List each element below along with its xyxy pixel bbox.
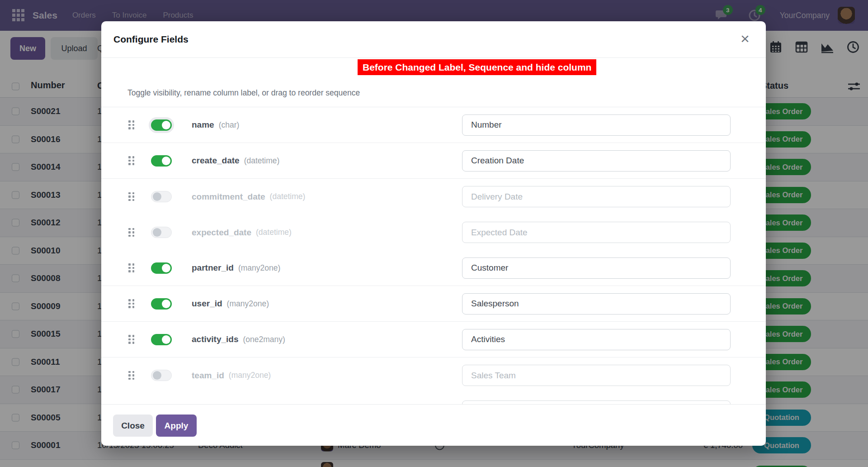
field-row: team_id (many2one) — [101, 357, 766, 393]
field-type: (datetime) — [244, 156, 280, 166]
drag-handle-icon[interactable] — [128, 192, 134, 201]
dialog-footer: Close Apply — [101, 404, 766, 446]
column-label-input[interactable] — [462, 257, 731, 279]
field-technical-name: user_id — [192, 299, 222, 309]
field-technical-name: activity_ids — [192, 334, 239, 344]
field-list: name (char) create_date (datetime) commi… — [101, 107, 766, 404]
column-label-input[interactable] — [462, 329, 731, 350]
visibility-toggle[interactable] — [151, 191, 172, 202]
visibility-toggle[interactable] — [151, 262, 172, 274]
field-technical-name: partner_id — [192, 263, 234, 273]
visibility-toggle[interactable] — [151, 119, 172, 131]
column-label-input[interactable] — [462, 186, 731, 207]
field-row: commitment_date (datetime) — [101, 179, 766, 214]
field-row: create_date (datetime) — [101, 143, 766, 179]
field-type: (datetime) — [256, 228, 292, 237]
column-label-input[interactable] — [462, 293, 731, 315]
drag-handle-icon[interactable] — [128, 120, 134, 129]
drag-handle-icon[interactable] — [128, 156, 134, 165]
field-row: activity_ids (one2many) — [101, 322, 766, 357]
field-row: name (char) — [101, 107, 766, 143]
visibility-toggle[interactable] — [151, 370, 172, 381]
drag-handle-icon[interactable] — [128, 228, 134, 237]
field-technical-name: create_date — [192, 156, 240, 166]
field-type: (many2one) — [238, 263, 280, 273]
field-type: (one2many) — [243, 335, 285, 344]
drag-handle-icon[interactable] — [128, 335, 134, 344]
screen: Sales OrdersTo InvoiceProducts 3 4 YourC… — [0, 0, 868, 467]
apply-button[interactable]: Apply — [156, 415, 197, 437]
visibility-toggle[interactable] — [151, 334, 172, 345]
column-label-input[interactable] — [462, 222, 731, 243]
visibility-toggle[interactable] — [151, 298, 172, 310]
column-label-input[interactable] — [462, 150, 731, 172]
visibility-toggle[interactable] — [151, 155, 172, 167]
field-row: partner_id (many2one) — [101, 250, 766, 286]
column-label-input[interactable] — [462, 114, 731, 136]
annotation-banner: Before Changed Label, Sequence and hide … — [358, 59, 596, 75]
field-type: (many2one) — [229, 371, 271, 380]
configure-fields-dialog: Configure Fields × Before Changed Label,… — [101, 21, 766, 446]
close-button[interactable]: Close — [113, 415, 153, 437]
field-row: expected_date (datetime) — [101, 214, 766, 250]
visibility-toggle[interactable] — [151, 227, 172, 238]
column-label-input[interactable] — [462, 400, 731, 404]
field-technical-name: team_id — [192, 371, 224, 381]
field-row: user_id (many2one) — [101, 286, 766, 322]
field-type: (char) — [219, 120, 240, 130]
dialog-title: Configure Fields — [113, 34, 189, 45]
field-technical-name: expected_date — [192, 228, 251, 238]
field-row — [101, 393, 766, 404]
drag-handle-icon[interactable] — [128, 299, 134, 308]
dialog-header: Configure Fields × — [101, 21, 766, 58]
drag-handle-icon[interactable] — [128, 371, 134, 380]
close-icon[interactable]: × — [734, 28, 756, 49]
dialog-subtitle: Toggle visibility, rename column label, … — [127, 88, 360, 98]
field-technical-name: commitment_date — [192, 192, 265, 202]
drag-handle-icon[interactable] — [128, 263, 134, 272]
field-type: (datetime) — [270, 192, 306, 201]
column-label-input[interactable] — [462, 365, 731, 386]
field-technical-name: name — [192, 120, 214, 130]
field-type: (many2one) — [227, 299, 269, 309]
